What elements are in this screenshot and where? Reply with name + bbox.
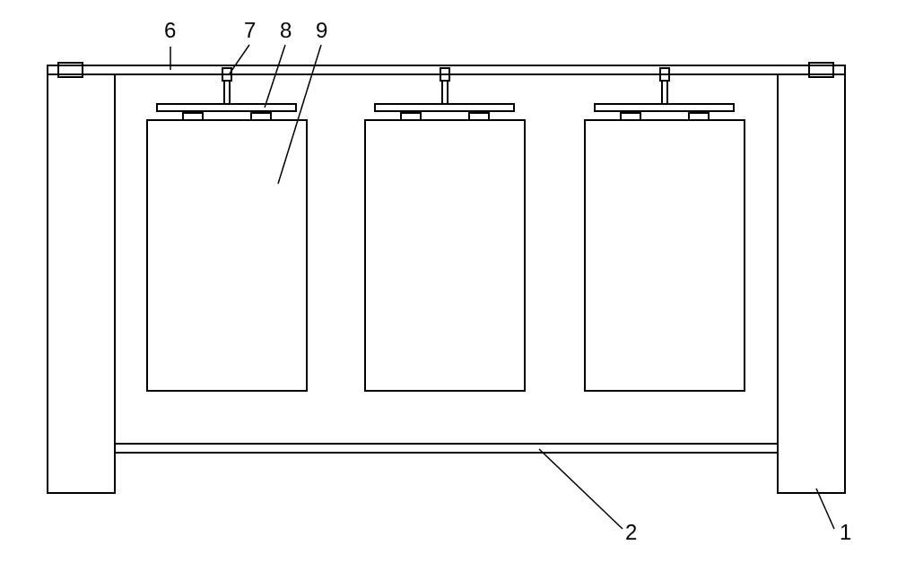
svg-rect-10	[401, 113, 421, 120]
leader-8	[265, 45, 285, 108]
panel-3	[585, 120, 745, 391]
hanger-assembly-1	[147, 68, 307, 391]
hanger-assembly-3	[585, 68, 745, 391]
leader-2	[539, 449, 623, 529]
label-9: 9	[316, 18, 327, 43]
top-rail	[48, 65, 845, 74]
svg-rect-14	[595, 104, 734, 111]
label-2: 2	[625, 520, 637, 545]
right-column	[778, 74, 845, 493]
label-7: 7	[244, 18, 256, 43]
label-6: 6	[164, 18, 176, 43]
svg-rect-13	[662, 81, 667, 104]
lower-bar	[115, 444, 778, 453]
svg-rect-6	[251, 113, 271, 120]
svg-rect-11	[469, 113, 489, 120]
leader-1	[816, 489, 834, 529]
left-column	[48, 74, 115, 493]
svg-rect-5	[183, 113, 203, 120]
label-8: 8	[280, 18, 292, 43]
label-1: 1	[840, 520, 851, 545]
svg-rect-9	[375, 104, 514, 111]
svg-rect-4	[157, 104, 296, 111]
svg-rect-8	[442, 81, 448, 104]
leader-7	[230, 45, 249, 74]
hanger-assembly-2	[365, 68, 525, 391]
panel-1	[147, 120, 307, 391]
technical-diagram	[0, 0, 897, 588]
svg-rect-3	[224, 81, 230, 104]
svg-rect-16	[689, 113, 709, 120]
panel-2	[365, 120, 525, 391]
svg-rect-15	[621, 113, 640, 120]
